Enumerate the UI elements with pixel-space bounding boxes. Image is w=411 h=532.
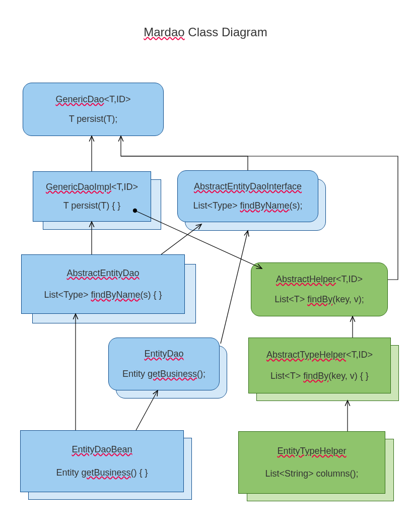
class-method: List<String> columns();	[265, 467, 358, 481]
class-abstract-type-helper: AbstractTypeHelper<T,ID> List<T> findBy(…	[248, 338, 391, 393]
class-method: List<Type> findByName(s);	[193, 199, 302, 213]
class-name: AbstractEntityDaoInterface	[194, 180, 302, 193]
class-name: AbstractEntityDao	[66, 267, 139, 280]
class-generic-dao: GenericDao<T,ID> T persist(T);	[23, 83, 164, 136]
class-name: AbstractTypeHelper<T,ID>	[266, 348, 373, 362]
class-name: AbstractHelper<T,ID>	[276, 273, 363, 286]
class-name: GenericDaoImpl<T,ID>	[46, 180, 138, 194]
class-method: T persist(T);	[69, 112, 118, 126]
class-name: EntityTypeHelper	[277, 444, 346, 458]
class-entity-dao-bean: EntityDaoBean Entity getBusiness() { }	[20, 430, 184, 492]
class-method: Entity getBusiness() { }	[56, 466, 148, 480]
class-method: List<T> findBy(key, v);	[275, 293, 364, 306]
class-entity-dao: EntityDao Entity getBusiness();	[108, 338, 220, 390]
class-method: List<T> findBy(key, v) { }	[270, 369, 369, 383]
class-method: T persist(T) { }	[63, 199, 121, 213]
class-name: EntityDaoBean	[72, 443, 132, 456]
class-generic-dao-impl: GenericDaoImpl<T,ID> T persist(T) { }	[33, 171, 151, 222]
svg-line-5	[221, 231, 248, 344]
class-abstract-entity-dao-interface: AbstractEntityDaoInterface List<Type> fi…	[177, 170, 318, 222]
class-abstract-entity-dao: AbstractEntityDao List<Type> findByName(…	[21, 254, 185, 314]
class-method: List<Type> findByName(s) { }	[44, 288, 162, 302]
class-name: GenericDao<T,ID>	[55, 93, 130, 106]
class-entity-type-helper: EntityTypeHelper List<String> columns();	[238, 431, 385, 494]
class-abstract-helper: AbstractHelper<T,ID> List<T> findBy(key,…	[251, 262, 388, 316]
diagram-title: Mardao Class Diagram	[0, 25, 411, 39]
class-name: EntityDao	[144, 347, 183, 361]
class-method: Entity getBusiness();	[122, 367, 206, 381]
